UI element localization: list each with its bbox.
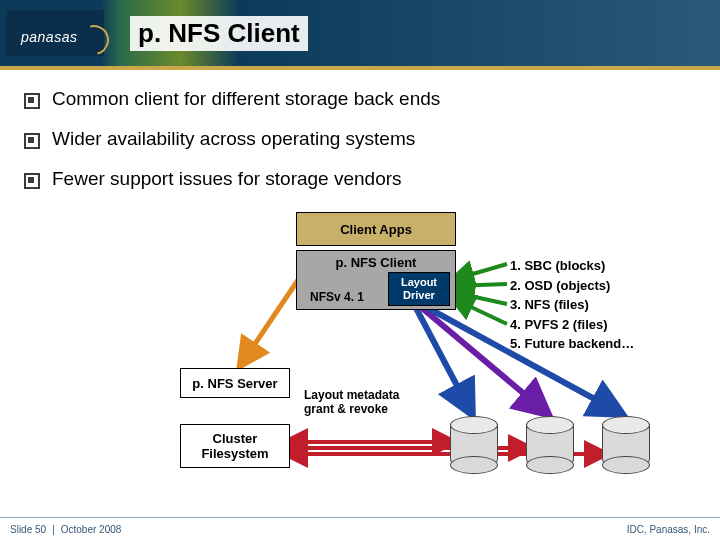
label-nfsv: NFSv 4. 1 xyxy=(310,290,364,304)
storage-cylinder-icon xyxy=(450,416,496,466)
brand-name: panasas xyxy=(21,29,77,45)
list-item: 2. OSD (objects) xyxy=(510,276,634,296)
page-title: p. NFS Client xyxy=(130,16,308,51)
backend-list: 1. SBC (blocks) 2. OSD (objects) 3. NFS … xyxy=(510,256,634,354)
box-layout-driver: Layout Driver xyxy=(388,272,450,306)
bullet-icon xyxy=(24,173,40,189)
list-item: 4. PVFS 2 (files) xyxy=(510,315,634,335)
svg-line-0 xyxy=(452,264,507,280)
label-layout-metadata: Layout metadata grant & revoke xyxy=(304,388,444,416)
bullet-text: Wider availability across operating syst… xyxy=(52,128,415,150)
bullet-item: Common client for different storage back… xyxy=(24,88,696,110)
layout-driver-text: Layout Driver xyxy=(401,276,437,302)
storage-cylinder-icon xyxy=(602,416,648,466)
svg-line-1 xyxy=(452,284,507,286)
brand-logo: panasas xyxy=(6,10,104,56)
footer-date: October 2008 xyxy=(61,524,122,535)
footer-slide-number: Slide 50 xyxy=(10,524,46,535)
bullet-text: Common client for different storage back… xyxy=(52,88,440,110)
svg-line-4 xyxy=(240,280,298,366)
bullet-item: Fewer support issues for storage vendors xyxy=(24,168,696,190)
box-cluster-filesystem: Cluster Filesystem xyxy=(180,424,290,468)
bullet-icon xyxy=(24,93,40,109)
slide-header: panasas p. NFS Client xyxy=(0,0,720,70)
slide-footer: Slide 50 | October 2008 IDC, Panasas, In… xyxy=(0,517,720,540)
box-pnfs-server: p. NFS Server xyxy=(180,368,290,398)
svg-line-2 xyxy=(452,292,507,304)
box-client-apps: Client Apps xyxy=(296,212,456,246)
bullet-item: Wider availability across operating syst… xyxy=(24,128,696,150)
cluster-fs-text: Cluster Filesystem xyxy=(201,431,268,461)
list-item: 1. SBC (blocks) xyxy=(510,256,634,276)
list-item: 3. NFS (files) xyxy=(510,295,634,315)
brand-arc-icon xyxy=(74,20,115,61)
bullet-list: Common client for different storage back… xyxy=(24,88,696,190)
bullet-text: Fewer support issues for storage vendors xyxy=(52,168,402,190)
svg-line-3 xyxy=(452,298,507,324)
footer-separator: | xyxy=(52,524,55,535)
footer-attribution: IDC, Panasas, Inc. xyxy=(627,524,710,535)
architecture-diagram: Client Apps p. NFS Client NFSv 4. 1 Layo… xyxy=(10,208,710,518)
list-item: 5. Future backend… xyxy=(510,334,634,354)
storage-cylinder-icon xyxy=(526,416,572,466)
bullet-icon xyxy=(24,133,40,149)
